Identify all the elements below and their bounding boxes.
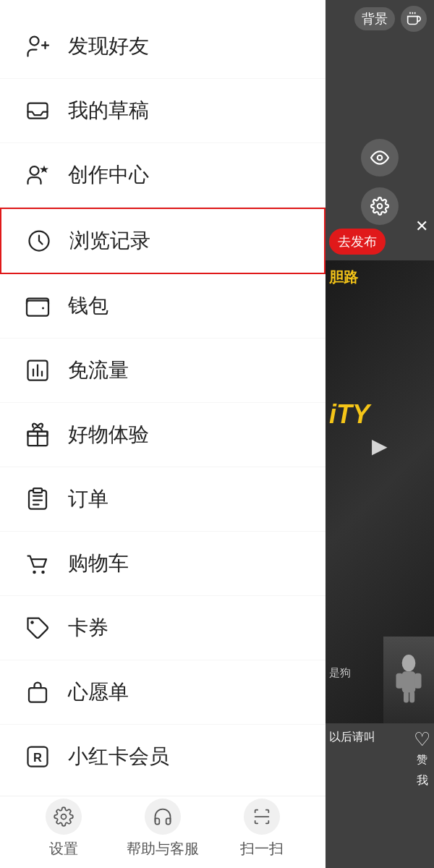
- svg-point-29: [378, 156, 383, 161]
- svg-text:R: R: [33, 751, 42, 764]
- me-label: 我: [417, 773, 428, 788]
- svg-point-18: [33, 571, 36, 574]
- clipboard-icon: [22, 483, 54, 515]
- svg-rect-3: [28, 103, 48, 119]
- like-action[interactable]: ♡ 赞: [414, 728, 430, 767]
- background-btn[interactable]: 背景: [354, 7, 395, 30]
- tag-icon: [22, 612, 54, 644]
- browse-history-label: 浏览记录: [69, 227, 150, 255]
- my-drafts-label: 我的草稿: [68, 97, 149, 124]
- inbox-icon: [22, 95, 54, 127]
- coupons-label: 卡券: [68, 614, 109, 642]
- settings-label: 设置: [49, 839, 78, 859]
- menu-item-membership[interactable]: R 小红卡会员: [0, 725, 326, 788]
- menu-item-good-experience[interactable]: 好物体验: [0, 403, 326, 467]
- right-panel: 背景: [326, 0, 434, 868]
- person-add-icon: [22, 30, 54, 62]
- svg-point-24: [61, 814, 67, 820]
- menu-item-coupons[interactable]: 卡券: [0, 596, 326, 660]
- wishlist-label: 心愿单: [68, 678, 129, 706]
- scan-icon: [244, 799, 280, 835]
- svg-rect-34: [414, 673, 421, 689]
- wallet-icon: [22, 290, 54, 322]
- svg-rect-32: [402, 671, 416, 692]
- video-subtitle: 是狗: [329, 666, 351, 680]
- free-traffic-label: 免流量: [68, 357, 129, 384]
- person-illustration: [383, 637, 434, 723]
- menu-item-my-drafts[interactable]: 我的草稿: [0, 79, 326, 143]
- video-title: 胆路: [329, 268, 358, 287]
- video-inner: ▶ iTY 胆路 是狗: [326, 260, 434, 723]
- svg-rect-33: [396, 673, 403, 689]
- bottom-help[interactable]: 帮助与客服: [114, 799, 213, 859]
- bottom-settings[interactable]: 设置: [14, 799, 114, 859]
- headset-icon: [145, 799, 181, 835]
- bottom-scan[interactable]: 扫一扫: [212, 799, 311, 859]
- person-star-icon: [22, 159, 54, 191]
- svg-rect-6: [27, 301, 48, 316]
- creator-center-label: 创作中心: [68, 161, 149, 189]
- svg-rect-21: [29, 688, 46, 702]
- ity-text: iTY: [329, 399, 370, 430]
- bar-chart-icon: [22, 354, 54, 386]
- menu-item-shopping-cart[interactable]: 购物车: [0, 532, 326, 596]
- app-container: 发现好友 我的草稿: [0, 0, 434, 868]
- circle-btn-2[interactable]: [361, 187, 399, 225]
- svg-point-0: [30, 37, 39, 46]
- find-friends-label: 发现好友: [68, 33, 149, 60]
- right-top-bar: 背景: [326, 0, 434, 38]
- svg-point-19: [41, 571, 45, 574]
- gift-icon: [22, 419, 54, 451]
- bag-icon: [22, 676, 54, 708]
- video-thumbnail: ▶ iTY 胆路 是狗: [326, 260, 434, 723]
- svg-point-30: [378, 204, 383, 209]
- menu-item-find-friends[interactable]: 发现好友: [0, 14, 326, 79]
- orders-label: 订单: [68, 485, 109, 513]
- bottom-text: 以后请叫: [329, 730, 375, 745]
- circle-btn-1[interactable]: [361, 139, 399, 176]
- shopping-cart-label: 购物车: [68, 550, 129, 577]
- menu-item-free-traffic[interactable]: 免流量: [0, 339, 326, 403]
- menu-panel: 发现好友 我的草稿: [0, 0, 326, 868]
- svg-rect-35: [404, 691, 409, 702]
- cart-icon: [22, 548, 54, 579]
- menu-item-creator-center[interactable]: 创作中心: [0, 143, 326, 208]
- help-label: 帮助与客服: [127, 839, 199, 859]
- menu-item-orders[interactable]: 订单: [0, 467, 326, 532]
- share-icon[interactable]: [401, 6, 427, 32]
- menu-item-wishlist[interactable]: 心愿单: [0, 660, 326, 725]
- clock-icon: [23, 225, 55, 257]
- gear-icon: [46, 799, 82, 835]
- close-icon[interactable]: ✕: [415, 217, 428, 236]
- svg-rect-17: [33, 488, 42, 493]
- membership-label: 小红卡会员: [68, 743, 169, 770]
- like-label: 赞: [417, 753, 427, 767]
- scan-label: 扫一扫: [240, 839, 284, 859]
- play-icon: ▶: [372, 434, 388, 458]
- menu-item-browse-history[interactable]: 浏览记录: [0, 208, 326, 274]
- svg-point-20: [30, 621, 34, 624]
- svg-point-4: [30, 166, 39, 175]
- svg-point-31: [402, 655, 416, 671]
- heart-icon: ♡: [414, 728, 430, 751]
- menu-item-wallet[interactable]: 钱包: [0, 274, 326, 339]
- publish-button[interactable]: 去发布: [329, 229, 386, 255]
- registered-icon: R: [22, 741, 54, 773]
- wallet-label: 钱包: [68, 292, 109, 320]
- menu-list: 发现好友 我的草稿: [0, 0, 326, 796]
- good-experience-label: 好物体验: [68, 421, 149, 448]
- svg-rect-36: [409, 691, 414, 702]
- bottom-bar: 设置 帮助与客服: [0, 796, 326, 868]
